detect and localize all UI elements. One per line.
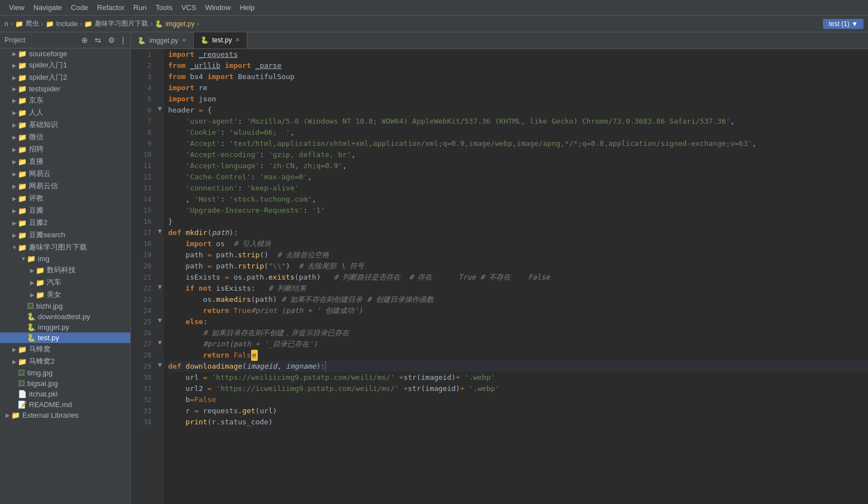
tree-renren[interactable]: ▶ 📁 人人 [0,106,130,119]
fold-marker-28[interactable]: ▼ [156,339,164,346]
code-line-14: , 'Host': 'stock.tuchong.com', [168,194,868,205]
sidebar: Project ⊕ ⇆ ⚙ | ▶ 📁 sourceforge ▶ 📁 spid… [0,32,131,504]
tree-zhaopin[interactable]: ▶ 📁 招聘 [0,143,130,155]
folder-icon: 📁 [27,255,36,263]
sidebar-add-btn[interactable]: ⊕ [80,35,90,46]
menu-run[interactable]: Run [129,2,151,13]
tree-readme[interactable]: 📝 README.md [0,399,130,410]
menu-help[interactable]: Help [236,2,259,13]
tree-wangyiyunxin[interactable]: ▶ 📁 网易云信 [0,180,130,192]
tree-bizhi[interactable]: 🖼 bizhi.jpg [0,301,130,311]
py-icon: 🐍 [27,312,36,321]
breadcrumb-include[interactable]: 📁 Include [46,20,78,28]
tree-meinv[interactable]: ▶ 📁 美女 [0,288,130,301]
code-content[interactable]: import _requests from _urllib import _pa… [164,49,868,504]
breadcrumb-paichong[interactable]: 📁 爬虫 [15,19,39,28]
tree-jingdong[interactable]: ▶ 📁 京东 [0,94,130,106]
arrow-icon: ▶ [11,51,18,57]
breadcrumb-imgget[interactable]: 🐍 imgget.py [155,20,194,28]
sidebar-collapse-btn[interactable]: | [120,35,126,46]
breadcrumb-quwei[interactable]: 📁 趣味学习图片下载 [84,19,148,28]
breadcrumb-root[interactable]: n [4,20,8,28]
menu-refactor[interactable]: Refactor [92,2,129,13]
tree-weixin[interactable]: ▶ 📁 微信 [0,131,130,143]
fold-marker-25[interactable]: ▼ [156,316,164,324]
tree-spider1[interactable]: ▶ 📁 spider入门1 [0,59,130,71]
fold-marker-6[interactable]: ▼ [156,105,164,112]
menu-window[interactable]: Window [200,2,235,13]
tree-pingjiao[interactable]: ▶ 📁 评教 [0,192,130,204]
folder-icon: 📁 [36,291,45,299]
editor-panel: 🐍 imgget.py ✕ 🐍 test.py ✕ 1 2 3 4 5 6 7 … [131,32,868,504]
tree-spider2[interactable]: ▶ 📁 spider入门2 [0,71,130,84]
arrow-icon: ▶ [11,62,18,68]
menu-view[interactable]: View [4,2,29,13]
folder-icon: 📁 [36,278,45,287]
arrow-icon: ▶ [11,122,18,128]
menubar: View Navigate Code Refactor Run Tools VC… [0,0,868,16]
folder-icon: 📁 [11,411,20,419]
gutter: ▼ ▼ ▼ ▼ ▼ ▼ [156,49,164,504]
folder-icon: 📁 [36,266,45,275]
tree-mafengwo[interactable]: ▶ 📁 马蜂窝 [0,343,130,355]
tree-imgget[interactable]: 🐍 imgget.py [0,322,130,332]
code-line-21: isExists = os.path.exists(path) # 判断路径是否… [168,272,868,283]
tree-bigsai[interactable]: 🖼 bigsai.jpg [0,378,130,389]
tab-test[interactable]: 🐍 test.py ✕ [194,32,247,48]
tree-testspider[interactable]: ▶ 📁 testspider [0,84,130,94]
code-line-26: # 如果目录存在则不创建，并提示目录已存在 [168,327,868,339]
tree-shuma[interactable]: ▶ 📁 数码科技 [0,264,130,276]
folder-icon: 📁 [15,20,23,28]
tree-itchat[interactable]: 📄 itchat.pkl [0,389,130,399]
tab-close-test[interactable]: ✕ [235,36,240,43]
jpg-icon: 🖼 [18,369,25,377]
tab-close-imgget[interactable]: ✕ [182,37,187,44]
editor-area[interactable]: 1 2 3 4 5 6 7 8 9 10 11 12 13 14 15 16 1… [131,49,868,504]
main-layout: Project ⊕ ⇆ ⚙ | ▶ 📁 sourceforge ▶ 📁 spid… [0,32,868,504]
arrow-icon: ▶ [11,75,18,81]
sidebar-settings-btn[interactable]: ⚙ [106,35,117,46]
code-line-31: url2 = 'https://icweiliimg9.pstatp.com/w… [168,383,868,394]
code-line-8: 'Cookie': 'wluuid=66; ', [168,127,868,138]
fold-marker-29[interactable]: ▼ [156,361,164,369]
tree-qiche[interactable]: ▶ 📁 汽车 [0,276,130,288]
menu-vcs[interactable]: VCS [177,2,201,13]
code-line-6: header = { [168,105,868,116]
code-line-19: path = path.strip() # 去除首位空格 [168,249,868,261]
folder-icon: 📁 [18,194,27,203]
arrow-icon: ▶ [11,346,18,353]
tabs-bar: 🐍 imgget.py ✕ 🐍 test.py ✕ [131,32,868,49]
tree-doubansearch[interactable]: ▶ 📁 豆瓣search [0,229,130,241]
fold-marker-17[interactable]: ▼ [156,227,164,235]
fold-marker-22[interactable]: ▼ [156,283,164,291]
tree-downloadtest[interactable]: 🐍 downloadtest.py [0,311,130,322]
code-line-23: os.makedirs(path) # 如果不存在则创建目录 # 创建目录操作函… [168,294,868,305]
tree-sourceforge[interactable]: ▶ 📁 sourceforge [0,48,130,59]
tree-img[interactable]: ▼ 📁 img [0,253,130,264]
folder-icon: 📁 [18,243,27,252]
sidebar-sync-btn[interactable]: ⇆ [93,35,103,46]
code-line-17: def mkdir(path): [168,227,868,238]
menu-tools[interactable]: Tools [151,2,176,13]
tree-douban2[interactable]: ▶ 📁 豆瓣2 [0,217,130,229]
arrow-icon [20,324,27,330]
menu-code[interactable]: Code [66,2,92,13]
tree-jichu[interactable]: ▶ 📁 基础知识 [0,119,130,131]
tree-external[interactable]: ▶ 📁 External Libraries [0,410,130,420]
run-badge[interactable]: test (1) ▼ [823,19,864,29]
tree-zhibao[interactable]: ▶ 📁 直播 [0,155,130,168]
tree-timg[interactable]: 🖼 timg.jpg [0,368,130,378]
menu-navigate[interactable]: Navigate [29,2,66,13]
arrow-icon: ▶ [11,232,18,238]
code-line-27: #print(path + '_目录已存在') [168,339,868,350]
tree-quwei[interactable]: ▼ 📁 趣味学习图片下载 [0,241,130,253]
tree-mafengwo2[interactable]: ▶ 📁 马蜂窝2 [0,355,130,368]
tree-douban[interactable]: ▶ 📁 豆瓣 [0,204,130,217]
tree-wangyiyun[interactable]: ▶ 📁 网易云 [0,168,130,180]
tree-testpy[interactable]: 🐍 test.py [0,332,130,343]
py-icon: 🐍 [27,323,36,331]
code-line-28: return False [168,350,868,361]
arrow-icon: ▶ [11,183,18,189]
code-line-24: return True#print (path + ' 创建成功') [168,305,868,316]
tab-imgget[interactable]: 🐍 imgget.py ✕ [131,32,194,48]
